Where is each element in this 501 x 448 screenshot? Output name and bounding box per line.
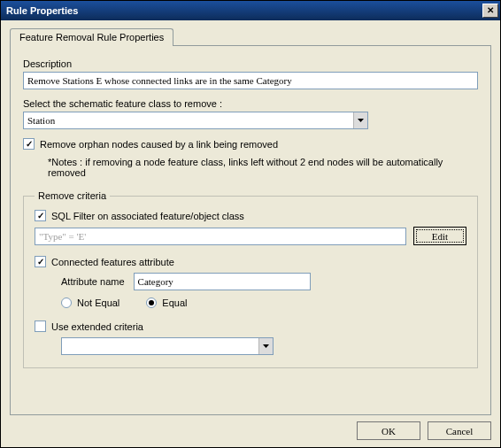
window-title: Rule Properties: [6, 5, 482, 16]
connected-attr-checkbox[interactable]: [35, 256, 46, 267]
sql-filter-input[interactable]: [35, 228, 406, 245]
use-extended-checkbox[interactable]: [35, 321, 46, 332]
sql-filter-checkbox[interactable]: [35, 210, 46, 221]
radio-equal[interactable]: [146, 297, 157, 308]
tab-label: Feature Removal Rule Properties: [19, 32, 164, 42]
sql-filter-label: SQL Filter on associated feature/object …: [51, 211, 244, 221]
dialog-buttons: OK Cancel: [357, 421, 491, 440]
remove-orphan-label: Remove orphan nodes caused by a link bei…: [40, 139, 278, 150]
tabstrip: Feature Removal Rule Properties: [10, 27, 491, 45]
extended-select-wrap: [61, 337, 274, 355]
titlebar: Rule Properties ✕: [1, 1, 500, 20]
remove-orphan-row: Remove orphan nodes caused by a link bei…: [23, 138, 478, 150]
close-button[interactable]: ✕: [482, 4, 498, 18]
close-icon: ✕: [487, 5, 494, 15]
radio-equal-label: Equal: [162, 297, 187, 308]
connected-attr-label: Connected features attribute: [51, 257, 174, 267]
description-label: Description: [23, 58, 478, 69]
tab-feature-removal[interactable]: Feature Removal Rule Properties: [10, 28, 173, 46]
attr-name-input[interactable]: [134, 273, 311, 290]
ok-button[interactable]: OK: [357, 421, 420, 440]
remove-criteria-legend: Remove criteria: [35, 190, 110, 201]
remove-orphan-checkbox[interactable]: [23, 138, 35, 150]
notes-text: *Notes : if removing a node feature clas…: [48, 157, 478, 178]
feature-class-select-wrap: [23, 112, 368, 129]
select-class-label: Select the schematic feature class to re…: [23, 98, 478, 109]
tab-panel: Description Select the schematic feature…: [10, 45, 491, 415]
remove-criteria-group: Remove criteria SQL Filter on associated…: [23, 190, 478, 368]
edit-button[interactable]: Edit: [413, 227, 466, 245]
use-extended-label: Use extended criteria: [51, 321, 143, 332]
radio-not-equal-item[interactable]: Not Equal: [61, 297, 119, 308]
attr-name-label: Attribute name: [61, 276, 125, 287]
feature-class-select[interactable]: [23, 112, 368, 129]
extended-select[interactable]: [61, 337, 274, 355]
description-input[interactable]: [23, 72, 478, 89]
radio-not-equal-label: Not Equal: [77, 297, 119, 308]
client-area: Feature Removal Rule Properties Descript…: [1, 20, 500, 447]
radio-not-equal[interactable]: [61, 297, 72, 308]
radio-equal-item[interactable]: Equal: [146, 297, 187, 308]
cancel-button[interactable]: Cancel: [428, 421, 491, 440]
